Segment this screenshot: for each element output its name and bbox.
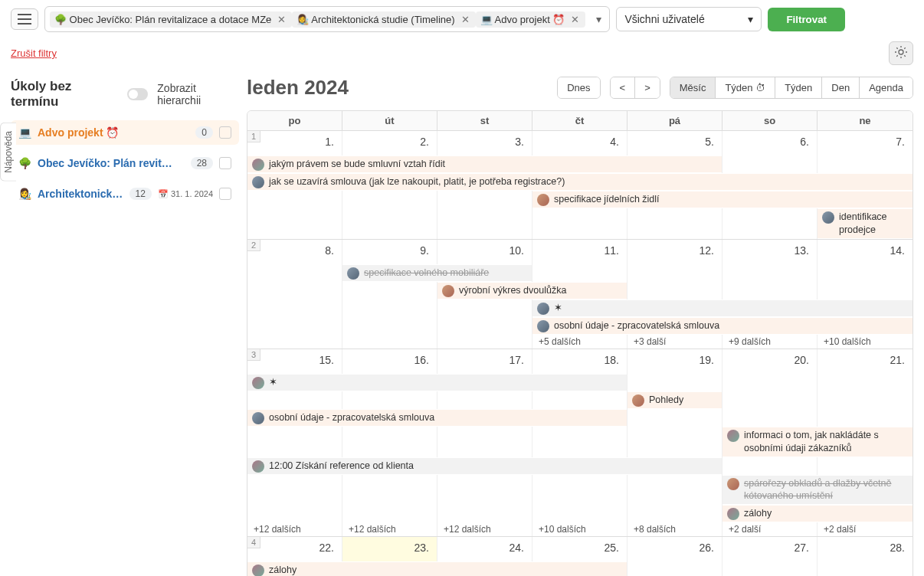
day-header: po xyxy=(247,111,342,130)
calendar-event[interactable]: identifikace prodejce xyxy=(818,209,913,238)
help-tab[interactable]: Nápověda xyxy=(0,123,16,182)
day-header: čt xyxy=(532,111,627,130)
more-events-link[interactable]: +3 další xyxy=(627,335,722,349)
day-cell[interactable]: 27. xyxy=(722,537,818,561)
remove-tag-icon[interactable]: ✕ xyxy=(569,14,581,25)
day-cell[interactable]: 15. xyxy=(247,349,342,374)
calendar-event[interactable]: výrobní výkres dvoulůžka xyxy=(437,283,627,299)
sidebar-project[interactable]: 👩‍🎨 Architektonická… 12 📅 31. 1. 2024 xyxy=(11,182,239,206)
sidebar-project[interactable]: 💻 Advo projekt ⏰ 0 xyxy=(11,120,239,145)
remove-tag-icon[interactable]: ✕ xyxy=(460,14,471,25)
more-events-link[interactable]: +12 dalších xyxy=(437,522,532,536)
more-events-link[interactable]: +10 dalších xyxy=(818,335,913,349)
avatar xyxy=(727,430,739,442)
more-events-link[interactable]: +5 dalších xyxy=(532,335,627,349)
day-cell[interactable]: 8. xyxy=(247,240,342,264)
user-filter-label: Všichni uživatelé xyxy=(624,13,704,25)
day-cell[interactable]: 26. xyxy=(627,537,722,561)
calendar-event[interactable]: specifikace jídelních židlí xyxy=(532,191,913,208)
view-měsíc[interactable]: Měsíc xyxy=(670,77,716,98)
day-cell[interactable]: 17. xyxy=(437,349,532,374)
day-header: út xyxy=(342,111,437,130)
menu-toggle[interactable] xyxy=(11,8,38,30)
hierarchy-toggle[interactable] xyxy=(127,88,148,100)
calendar-event[interactable]: osobní údaje - zpracovatelská smlouva xyxy=(247,410,627,426)
day-cell[interactable]: 1. xyxy=(247,131,342,155)
day-cell[interactable]: 5. xyxy=(627,131,722,155)
calendar-event[interactable]: ✶ xyxy=(532,300,913,316)
day-cell[interactable]: 14. xyxy=(818,240,913,264)
calendar-event[interactable]: 12:00 Získání reference od klienta xyxy=(247,458,722,474)
day-cell[interactable]: 16. xyxy=(342,349,437,374)
avatar xyxy=(727,478,739,490)
calendar-event[interactable]: jakým právem se bude smluvní vztah řídit xyxy=(247,156,722,172)
avatar xyxy=(252,460,264,473)
filter-button[interactable]: Filtrovat xyxy=(768,8,845,31)
filter-tag[interactable]: 💻 Advo projekt ⏰✕ xyxy=(476,11,586,28)
day-cell[interactable]: 24. xyxy=(437,537,532,561)
more-events-link[interactable]: +2 další xyxy=(722,522,817,536)
next-button[interactable]: > xyxy=(635,77,660,98)
day-cell[interactable]: 13. xyxy=(722,240,818,264)
calendar-event[interactable]: zálohy xyxy=(247,562,627,576)
day-header: pá xyxy=(627,111,722,130)
calendar-event[interactable]: jak se uzavírá smlouva (jak lze nakoupit… xyxy=(247,174,913,190)
cancel-filters-link[interactable]: Zrušit filtry xyxy=(11,47,57,59)
project-checkbox[interactable] xyxy=(219,126,231,139)
view-týden[interactable]: Týden xyxy=(775,77,822,98)
day-cell[interactable]: 21. xyxy=(818,349,913,374)
filter-tag[interactable]: 👩‍🎨 Architektonická studie (Timeline)✕ xyxy=(292,11,475,28)
more-events-link[interactable]: +12 dalších xyxy=(342,522,437,536)
day-cell[interactable]: 28. xyxy=(818,537,913,561)
today-button[interactable]: Dnes xyxy=(558,77,599,98)
view-týden ⏱[interactable]: Týden ⏱ xyxy=(716,77,775,98)
day-cell[interactable]: 12. xyxy=(627,240,722,264)
more-events-link[interactable]: +8 dalších xyxy=(627,522,722,536)
day-cell[interactable]: 11. xyxy=(532,240,627,264)
day-cell[interactable]: 4. xyxy=(532,131,627,155)
project-checkbox[interactable] xyxy=(219,157,231,169)
calendar-event[interactable]: ✶ xyxy=(247,375,627,391)
day-cell[interactable]: 22. xyxy=(247,537,342,561)
day-cell[interactable]: 6. xyxy=(722,131,818,155)
more-events-link[interactable]: +10 dalších xyxy=(532,522,627,536)
more-events-link[interactable]: +12 dalších xyxy=(247,522,342,536)
day-cell[interactable]: 2. xyxy=(342,131,437,155)
calendar-event[interactable]: osobní údaje - zpracovatelská smlouva xyxy=(532,318,913,334)
filter-tag[interactable]: 🌳 Obec Jevíčko: Plán revitalizace a dota… xyxy=(50,11,292,28)
project-checkbox[interactable] xyxy=(219,188,231,200)
project-filter-caret[interactable]: ▾ xyxy=(593,13,605,25)
avatar xyxy=(822,211,834,224)
user-filter-select[interactable]: Všichni uživatelé ▾ xyxy=(616,7,762,31)
avatar xyxy=(252,377,264,389)
day-cell[interactable]: 20. xyxy=(722,349,818,374)
project-filter-box[interactable]: 🌳 Obec Jevíčko: Plán revitalizace a dota… xyxy=(44,6,610,32)
project-count: 0 xyxy=(195,126,213,139)
more-events-link[interactable]: +2 další xyxy=(818,522,913,536)
day-cell[interactable]: 9. xyxy=(342,240,437,264)
day-header: st xyxy=(437,111,532,130)
calendar-event[interactable]: Pohledy xyxy=(627,392,722,408)
calendar-title: leden 2024 xyxy=(247,76,349,100)
day-cell[interactable]: 10. xyxy=(437,240,532,264)
day-cell[interactable]: 25. xyxy=(532,537,627,561)
day-cell[interactable]: 7. xyxy=(818,131,913,155)
day-cell[interactable]: 18. xyxy=(532,349,627,374)
view-agenda[interactable]: Agenda xyxy=(860,77,913,98)
chevron-down-icon: ▾ xyxy=(748,13,753,25)
calendar-event[interactable]: zálohy xyxy=(722,506,913,522)
calendar-event[interactable]: informaci o tom, jak nakládáte s osobním… xyxy=(722,427,913,457)
sidebar-project[interactable]: 🌳 Obec Jevíčko: Plán revit… 28 xyxy=(11,151,239,175)
day-cell[interactable]: 19. xyxy=(627,349,722,374)
sidebar-title: Úkoly bez termínu xyxy=(11,79,118,110)
view-den[interactable]: Den xyxy=(822,77,860,98)
remove-tag-icon[interactable]: ✕ xyxy=(276,14,287,25)
more-events-link[interactable]: +9 dalších xyxy=(722,335,817,349)
day-cell[interactable]: 3. xyxy=(437,131,532,155)
calendar-event[interactable]: specifikace volného mobiliáře xyxy=(342,265,532,281)
calendar-event[interactable]: spárořezy obkladů a dlažby včetně kótova… xyxy=(722,476,913,505)
prev-button[interactable]: < xyxy=(611,77,636,98)
day-cell[interactable]: 23. xyxy=(342,537,437,561)
settings-button[interactable] xyxy=(889,41,913,65)
day-header: so xyxy=(722,111,818,130)
